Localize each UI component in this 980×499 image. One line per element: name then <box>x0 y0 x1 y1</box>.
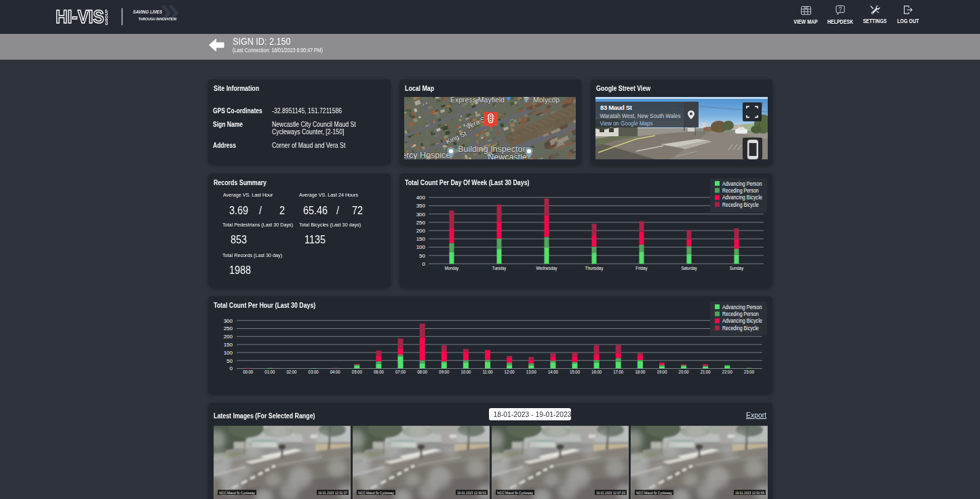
svg-text:04:00: 04:00 <box>330 369 340 375</box>
svg-text:400: 400 <box>416 195 426 201</box>
svg-text:Receding Bicycle: Receding Bicycle <box>722 201 759 208</box>
svg-text:01:00: 01:00 <box>264 369 275 375</box>
svg-text:19:00: 19:00 <box>657 369 667 375</box>
svg-text:200: 200 <box>224 334 233 340</box>
svg-text:Molycop: Molycop <box>533 97 560 104</box>
svg-text:NCC Maud St Cycleway: NCC Maud St Cycleway <box>636 491 672 495</box>
svg-text:Advancing Bicycle: Advancing Bicycle <box>722 194 762 201</box>
svg-text:19.01.2023 12:30:01: 19.01.2023 12:30:01 <box>457 491 487 495</box>
svg-text:Advancing Person: Advancing Person <box>722 304 762 311</box>
svg-text:Receding Person: Receding Person <box>722 187 759 194</box>
svg-text:Wednesday: Wednesday <box>536 265 557 271</box>
svg-text:100: 100 <box>224 350 233 356</box>
svg-text:Receding Bicycle: Receding Bicycle <box>722 325 759 332</box>
svg-text:19.01.2023 12:01:56: 19.01.2023 12:01:56 <box>735 491 765 495</box>
svg-text:NCC Maud St Cycleway: NCC Maud St Cycleway <box>497 491 533 495</box>
svg-text:ercy Hospice: ercy Hospice <box>404 151 450 159</box>
svg-text:Advancing Bicycle: Advancing Bicycle <box>722 317 762 324</box>
svg-text:19.01.2023 12:07:20: 19.01.2023 12:07:20 <box>596 491 626 495</box>
svg-text:50: 50 <box>419 253 425 259</box>
svg-text:Saturday: Saturday <box>681 265 697 271</box>
svg-text:02:00: 02:00 <box>286 369 296 375</box>
svg-text:12:00: 12:00 <box>505 369 515 375</box>
svg-text:17:00: 17:00 <box>613 369 623 375</box>
svg-text:50: 50 <box>227 358 233 364</box>
svg-text:Tuesday: Tuesday <box>492 265 506 271</box>
svg-text:23:00: 23:00 <box>744 369 754 375</box>
svg-text:07:00: 07:00 <box>395 369 406 375</box>
svg-text:22:00: 22:00 <box>722 369 732 375</box>
svg-text:Friday: Friday <box>635 265 647 271</box>
svg-text:08:00: 08:00 <box>417 369 427 375</box>
svg-text:250: 250 <box>224 325 233 332</box>
svg-text:Thursday: Thursday <box>585 265 604 271</box>
svg-text:11:00: 11:00 <box>483 369 493 375</box>
svg-text:100: 100 <box>416 244 426 250</box>
svg-text:NCC Maud St Cycleway: NCC Maud St Cycleway <box>358 491 394 495</box>
svg-text:Receding Person: Receding Person <box>722 311 759 317</box>
svg-text:0: 0 <box>423 261 426 267</box>
svg-text:200: 200 <box>416 228 426 234</box>
svg-text:21:00: 21:00 <box>701 369 711 375</box>
svg-text:Newcastle: Newcastle <box>488 153 527 159</box>
svg-text:0: 0 <box>230 365 233 372</box>
svg-text:Express Mayfield: Express Mayfield <box>450 97 505 104</box>
svg-text:20:00: 20:00 <box>679 369 689 375</box>
svg-text:13:00: 13:00 <box>526 369 536 375</box>
svg-text:250: 250 <box>416 220 426 226</box>
svg-text:05:00: 05:00 <box>352 369 362 375</box>
svg-text:View on Google Maps: View on Google Maps <box>600 119 653 127</box>
svg-text:350: 350 <box>416 203 426 209</box>
svg-text:09:00: 09:00 <box>439 369 449 375</box>
svg-text:Monday: Monday <box>445 265 458 271</box>
svg-text:83 Maud St: 83 Maud St <box>600 104 633 111</box>
svg-text:10:00: 10:00 <box>460 369 471 375</box>
svg-text:NCC Maud St Cycleway: NCC Maud St Cycleway <box>219 491 255 495</box>
svg-text:Sunday: Sunday <box>730 265 743 271</box>
svg-text:00:00: 00:00 <box>243 369 253 375</box>
svg-text:16:00: 16:00 <box>591 369 602 375</box>
svg-text:Advancing Person: Advancing Person <box>722 180 762 187</box>
svg-text:14:00: 14:00 <box>548 369 558 375</box>
svg-text:06:00: 06:00 <box>374 369 384 375</box>
svg-text:18:00: 18:00 <box>635 369 645 375</box>
svg-text:150: 150 <box>416 236 426 242</box>
svg-text:Waratah West, New South Wales: Waratah West, New South Wales <box>600 112 681 119</box>
svg-text:03:00: 03:00 <box>309 369 319 375</box>
svg-text:15:00: 15:00 <box>570 369 580 375</box>
svg-text:150: 150 <box>224 342 233 348</box>
svg-text:300: 300 <box>416 212 426 218</box>
svg-text:300: 300 <box>224 318 233 324</box>
svg-text:19.01.2023 12:31:37: 19.01.2023 12:31:37 <box>318 491 348 495</box>
